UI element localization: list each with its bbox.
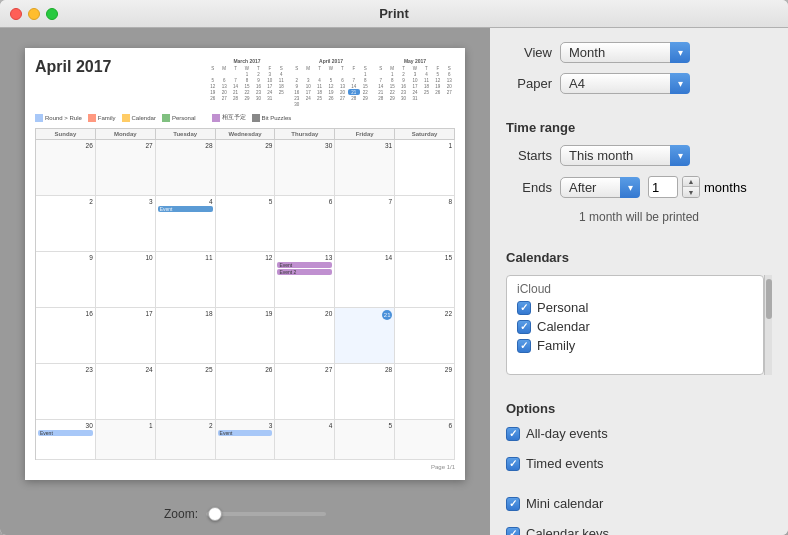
mini-calendar-checkbox[interactable]	[506, 497, 520, 511]
paper-select-wrapper: A4	[560, 73, 690, 94]
time-range-header: Time range	[506, 120, 772, 135]
calendar-grid: SundayMondayTuesdayWednesdayThursdayFrid…	[35, 128, 455, 460]
calendars-scroll-wrapper: iCloud Personal Calendar Family	[506, 275, 772, 375]
scrollbar-thumb	[766, 279, 772, 319]
zoom-bar: Zoom:	[164, 507, 326, 521]
calendar-item-label: Calendar	[537, 319, 590, 334]
calendar-checkbox[interactable]	[517, 320, 531, 334]
calendar-legend: Round > Rule Family Calendar Personal 相互…	[35, 113, 455, 122]
months-unit: months	[704, 180, 747, 195]
ends-label: Ends	[506, 180, 552, 195]
family-item: Family	[517, 338, 753, 353]
calendar-keys-checkbox[interactable]	[506, 527, 520, 536]
view-select[interactable]: Month	[560, 42, 690, 63]
traffic-lights	[10, 8, 58, 20]
zoom-label: Zoom:	[164, 507, 198, 521]
view-row: View Month	[506, 42, 772, 63]
preview-panel: April 2017 March 2017 SMTWTFS 1234 56789…	[0, 28, 490, 535]
window-title: Print	[379, 6, 409, 21]
ends-row: Ends After ▲ ▼ months	[506, 176, 772, 198]
mini-calendar-label: Mini calendar	[526, 496, 603, 511]
page-number: Page 1/1	[35, 464, 455, 470]
view-select-wrapper: Month	[560, 42, 690, 63]
calendar-preview: April 2017 March 2017 SMTWTFS 1234 56789…	[25, 48, 465, 480]
zoom-slider[interactable]	[206, 512, 326, 516]
timed-events-checkbox[interactable]	[506, 457, 520, 471]
personal-checkbox[interactable]	[517, 301, 531, 315]
calendars-scrollbar[interactable]	[764, 275, 772, 375]
starts-select[interactable]: This month	[560, 145, 690, 166]
print-dialog: Print April 2017 March 2017 SMTWTFS 1234…	[0, 0, 788, 535]
timed-events-row: Timed events	[506, 456, 772, 471]
stepper-down[interactable]: ▼	[683, 187, 699, 197]
months-row: ▲ ▼ months	[648, 176, 747, 198]
print-info: 1 month will be printed	[506, 210, 772, 224]
minimize-button[interactable]	[28, 8, 40, 20]
personal-item: Personal	[517, 300, 753, 315]
settings-panel: View Month Paper A4	[490, 28, 788, 535]
months-stepper[interactable]: ▲ ▼	[682, 176, 700, 198]
all-day-events-row: All-day events	[506, 426, 772, 441]
close-button[interactable]	[10, 8, 22, 20]
stepper-up[interactable]: ▲	[683, 177, 699, 187]
calendar-keys-label: Calendar keys	[526, 526, 609, 535]
maximize-button[interactable]	[46, 8, 58, 20]
mini-calendars: March 2017 SMTWTFS 1234 567891011 121314…	[207, 58, 455, 107]
timed-events-label: Timed events	[526, 456, 604, 471]
all-day-events-checkbox[interactable]	[506, 427, 520, 441]
starts-select-wrapper: This month	[560, 145, 690, 166]
family-checkbox[interactable]	[517, 339, 531, 353]
calendar-item: Calendar	[517, 319, 753, 334]
starts-label: Starts	[506, 148, 552, 163]
titlebar: Print	[0, 0, 788, 28]
mini-calendar-row: Mini calendar	[506, 496, 772, 511]
paper-select[interactable]: A4	[560, 73, 690, 94]
paper-row: Paper A4	[506, 73, 772, 94]
family-label: Family	[537, 338, 575, 353]
starts-row: Starts This month	[506, 145, 772, 166]
calendar-keys-row: Calendar keys	[506, 526, 772, 535]
options-header: Options	[506, 401, 772, 416]
view-label: View	[506, 45, 552, 60]
all-day-events-label: All-day events	[526, 426, 608, 441]
ends-select[interactable]: After	[560, 177, 640, 198]
personal-label: Personal	[537, 300, 588, 315]
months-count-input[interactable]	[648, 176, 678, 198]
calendar-month-title: April 2017	[35, 58, 111, 76]
calendars-header: Calendars	[506, 250, 772, 265]
icloud-label: iCloud	[517, 282, 753, 296]
calendars-box: iCloud Personal Calendar Family	[506, 275, 764, 375]
ends-select-wrapper: After	[560, 177, 640, 198]
paper-label: Paper	[506, 76, 552, 91]
